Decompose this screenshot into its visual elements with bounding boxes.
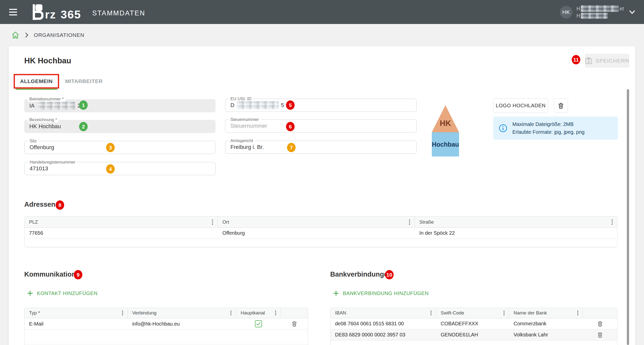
cell-plz[interactable]: 77656	[25, 228, 218, 238]
field-sitz[interactable]: Sitz Offenburg	[24, 141, 216, 154]
logo-info-box: Maximale Dateigröße: 2MB Erlaubte Format…	[493, 117, 618, 140]
table-row[interactable]: de08 7604 0061 0515 6831 00 COBADEFFXXX …	[330, 318, 617, 329]
empty-table-row	[25, 239, 617, 247]
brand-logo-b-icon	[32, 4, 43, 20]
avatar[interactable]: HK	[560, 6, 573, 18]
brand-logo: rz 365	[32, 4, 81, 20]
annotation-badge-8: 8	[56, 200, 64, 210]
field-eu-ust-id[interactable]: EU USt. ID D5	[225, 99, 417, 112]
trash-icon	[291, 320, 298, 327]
field-amtsgericht[interactable]: Amtsgericht Freiburg i. Br.	[225, 141, 417, 154]
save-icon	[585, 57, 592, 65]
section-title-adressen: Adressen	[24, 201, 55, 208]
delete-row-button[interactable]	[597, 331, 603, 338]
annotation-badge-1: 1	[79, 100, 88, 110]
chevron-right-icon	[25, 32, 29, 38]
annotation-box-allgemein-tab	[14, 74, 59, 89]
save-button[interactable]: SPEICHERN	[585, 54, 629, 68]
logo-upload-button[interactable]: LOGO HOCHLADEN	[493, 98, 548, 113]
cell-swift[interactable]: COBADEFFXXX	[436, 318, 509, 329]
organisation-card: HK Hochbau 11 SPEICHERN ALLGEMEIN MITARB…	[9, 46, 635, 345]
app-screen: rz 365 STAMMDATEN HK H et H	[0, 0, 644, 345]
column-menu-icon[interactable]	[210, 219, 215, 225]
brand-logo-text-rz: rz	[45, 9, 56, 20]
plus-icon	[333, 290, 339, 297]
section-title-bankverbindungen: Bankverbindungen	[330, 271, 392, 278]
field-handelsregisternummer[interactable]: Handelsregisternummer 471013	[24, 162, 216, 175]
home-icon[interactable]	[11, 31, 20, 39]
annotation-badge-3: 3	[106, 143, 115, 152]
field-bezeichnung[interactable]: Bezeichnung * HK Hochbau	[24, 120, 216, 133]
annotation-badge-10: 10	[385, 270, 394, 279]
page-title: HK Hochbau	[24, 56, 71, 65]
company-logo-roof-text: HK	[432, 119, 459, 128]
menu-icon[interactable]	[9, 7, 20, 17]
column-header-bankname: Name der Bank	[514, 310, 576, 316]
table-row[interactable]: DE83 6829 0000 0002 3957 03 GENODE61LAH …	[330, 329, 617, 340]
column-menu-icon[interactable]	[273, 310, 278, 316]
trash-icon	[557, 102, 564, 110]
brand-logo-text-365: 365	[61, 9, 81, 20]
column-menu-icon[interactable]	[576, 310, 580, 316]
redacted-user-name	[581, 13, 608, 19]
user-name-redacted: H et H	[577, 5, 624, 19]
table-row[interactable]: E-Mail info@hk-Hochbau.eu	[25, 318, 308, 330]
cell-iban[interactable]: de08 7604 0061 0515 6831 00	[330, 318, 436, 329]
field-betriebsnummer[interactable]: Betriebsnummer * IA2	[24, 99, 216, 112]
annotation-badge-5: 5	[286, 100, 295, 110]
column-menu-icon[interactable]	[610, 219, 615, 225]
field-steuernummer[interactable]: Steuernummer Steuernummer	[225, 119, 417, 132]
cell-strasse[interactable]: In der Spöck 22	[415, 228, 617, 238]
vertical-scrollbar[interactable]	[627, 89, 629, 345]
delete-row-button[interactable]	[291, 320, 298, 327]
cell-verbindung[interactable]: info@hk-Hochbau.eu	[128, 318, 236, 329]
redacted-betriebsnummer	[37, 102, 75, 110]
breadcrumb: ORGANISATIONEN	[0, 24, 644, 46]
annotation-badge-9: 9	[74, 270, 82, 279]
column-menu-icon[interactable]	[120, 310, 125, 316]
trash-icon	[597, 331, 603, 338]
info-max-filesize: Maximale Dateigröße: 2MB	[512, 120, 585, 128]
column-header-typ: Typ *	[29, 310, 120, 316]
annotation-badge-6: 6	[286, 122, 295, 131]
cell-typ[interactable]: E-Mail	[25, 318, 128, 329]
plus-icon	[27, 290, 33, 297]
redacted-eu-ust-id	[236, 101, 279, 109]
column-header-plz: PLZ	[29, 219, 210, 225]
hauptkanal-checkbox-checked[interactable]	[254, 320, 263, 328]
column-header-ort: Ort	[222, 219, 407, 225]
adressen-table: PLZ Ort Straße 77656 Offenburg In der Sp…	[24, 216, 617, 247]
empty-table-row	[330, 340, 617, 345]
tab-mitarbeiter[interactable]: MITARBEITER	[62, 74, 106, 89]
column-menu-icon[interactable]	[229, 310, 233, 316]
cell-bankname[interactable]: Volksbank Lahr	[509, 329, 583, 340]
info-allowed-formats: Erlaubte Formate: jpg, jpeg, png	[512, 128, 585, 136]
user-name-fragment: H	[577, 6, 580, 12]
add-bankverbindung-button[interactable]: BANKVERBINDUNG HINZUFÜGEN	[333, 290, 428, 297]
active-tab-underline	[16, 89, 57, 90]
cell-swift[interactable]: GENODE61LAH	[436, 329, 509, 340]
column-header-strasse: Straße	[419, 219, 610, 225]
bankverbindungen-table: IBAN Swift-Code Name der Bank de08 7604 …	[330, 308, 617, 345]
cell-bankname[interactable]: Commerzbank	[509, 318, 583, 329]
topbar: rz 365 STAMMDATEN HK H et H	[0, 0, 644, 24]
cell-ort[interactable]: Offenburg	[218, 228, 415, 238]
redacted-user-name	[581, 5, 619, 12]
chevron-down-icon[interactable]	[628, 9, 636, 15]
delete-row-button[interactable]	[597, 320, 603, 327]
steuernummer-placeholder: Steuernummer	[230, 120, 267, 132]
kommunikation-table: Typ * Verbindung Hauptkanal E-Mail info@…	[24, 308, 308, 345]
section-title-kommunikation: Kommunikation	[24, 271, 76, 278]
annotation-badge-2: 2	[79, 122, 88, 131]
table-row[interactable]: 77656 Offenburg In der Spöck 22	[25, 228, 617, 239]
column-header-verbindung: Verbindung	[132, 310, 229, 316]
user-name-fragment: et	[619, 6, 624, 12]
column-menu-icon[interactable]	[429, 310, 433, 316]
column-menu-icon[interactable]	[407, 219, 412, 225]
cell-iban[interactable]: DE83 6829 0000 0002 3957 03	[330, 329, 436, 340]
add-kontakt-button[interactable]: KONTAKT HINZUFÜGEN	[27, 290, 98, 297]
column-menu-icon[interactable]	[502, 310, 506, 316]
logo-delete-button[interactable]	[554, 98, 568, 113]
column-header-iban: IBAN	[335, 310, 429, 316]
breadcrumb-organisationen[interactable]: ORGANISATIONEN	[34, 32, 84, 38]
